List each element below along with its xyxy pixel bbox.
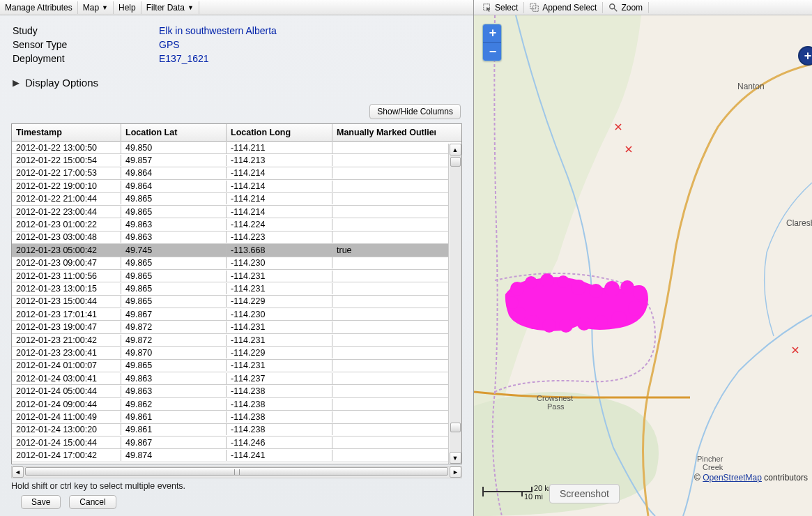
col-header-lat[interactable]: Location Lat bbox=[121, 124, 227, 141]
zoom-in-button[interactable]: + bbox=[483, 24, 502, 43]
table-row[interactable]: 2012-01-22 13:00:5049.850-114.211 bbox=[12, 142, 461, 154]
cell-timestamp: 2012-01-24 11:00:49 bbox=[12, 411, 121, 423]
table-row[interactable]: 2012-01-22 15:00:5449.857-114.213 bbox=[12, 154, 461, 167]
scale-bar: 20 km 10 mi bbox=[482, 487, 533, 496]
show-hide-columns-button[interactable]: Show/Hide Columns bbox=[369, 104, 461, 119]
meta-label: Sensor Type bbox=[13, 39, 159, 50]
cell-timestamp: 2012-01-22 21:00:44 bbox=[12, 193, 121, 204]
cell-long: -114.224 bbox=[227, 219, 332, 230]
cell-outlier bbox=[332, 378, 436, 379]
cell-outlier bbox=[332, 416, 436, 418]
display-options-toggle[interactable]: ▶ Display Options bbox=[0, 70, 473, 93]
save-button[interactable]: Save bbox=[21, 495, 61, 509]
scroll-thumb[interactable] bbox=[450, 157, 461, 167]
table-row[interactable]: 2012-01-22 17:00:5349.864-114.214 bbox=[12, 167, 461, 180]
cell-long: -114.223 bbox=[227, 232, 332, 243]
chevron-down-icon: ▼ bbox=[102, 4, 108, 11]
table-row[interactable]: 2012-01-23 11:00:5649.865-114.231 bbox=[12, 270, 461, 282]
table-row[interactable]: 2012-01-24 13:00:2049.861-114.238 bbox=[12, 424, 461, 437]
menu-map[interactable]: Map ▼ bbox=[78, 1, 114, 14]
vertical-scrollbar[interactable]: ▲ ▼ bbox=[448, 144, 461, 464]
map-svg: Nanton Claresh Crowsnest Pass Pincher Cr… bbox=[474, 15, 812, 516]
cell-timestamp: 2012-01-24 15:00:44 bbox=[12, 437, 121, 448]
svg-point-7 bbox=[525, 276, 537, 289]
data-table: Timestamp Location Lat Location Long Man… bbox=[11, 123, 462, 464]
table-row[interactable]: 2012-01-23 23:00:4149.870-114.229 bbox=[12, 347, 461, 359]
horizontal-scrollbar[interactable]: ◄ ► bbox=[11, 466, 462, 478]
zoom-out-button[interactable]: − bbox=[483, 43, 502, 61]
cell-long: -114.231 bbox=[227, 283, 332, 294]
zoom-controls: + − bbox=[482, 24, 502, 61]
cell-outlier bbox=[332, 160, 436, 161]
cell-long: -114.237 bbox=[227, 373, 332, 384]
table-row[interactable]: 2012-01-23 13:00:1549.865-114.231 bbox=[12, 282, 461, 295]
meta-value: Elk in southwestern Alberta bbox=[159, 25, 277, 36]
cell-long: -114.231 bbox=[227, 321, 332, 333]
table-row[interactable]: 2012-01-23 01:00:2249.863-114.224 bbox=[12, 218, 461, 231]
cell-outlier bbox=[332, 236, 436, 238]
table-row[interactable]: 2012-01-24 03:00:4149.863-114.237 bbox=[12, 372, 461, 385]
table-row[interactable]: 2012-01-23 09:00:4749.865-114.230 bbox=[12, 257, 461, 270]
table-row[interactable]: 2012-01-23 21:00:4249.872-114.231 bbox=[12, 334, 461, 347]
hscroll-thumb[interactable] bbox=[25, 467, 448, 476]
tool-label: Zoom bbox=[621, 3, 643, 13]
scroll-down-button[interactable]: ▼ bbox=[450, 452, 461, 464]
cell-lat: 49.874 bbox=[121, 450, 227, 461]
cell-outlier bbox=[332, 314, 436, 315]
cell-lat: 49.865 bbox=[121, 271, 227, 282]
map-canvas[interactable]: Nanton Claresh Crowsnest Pass Pincher Cr… bbox=[474, 15, 812, 516]
hscroll-track[interactable] bbox=[24, 466, 450, 478]
scroll-right-button[interactable]: ► bbox=[450, 466, 461, 478]
table-row[interactable]: 2012-01-24 09:00:4449.862-114.238 bbox=[12, 398, 461, 411]
map-attribution: © OpenStreetMap contributors bbox=[694, 473, 808, 483]
cell-lat: 49.872 bbox=[121, 335, 227, 346]
cell-lat: 49.863 bbox=[121, 219, 227, 230]
table-row[interactable]: 2012-01-22 23:00:4449.865-114.214 bbox=[12, 206, 461, 218]
cell-outlier bbox=[332, 340, 436, 341]
table-row[interactable]: 2012-01-24 11:00:4949.861-114.238 bbox=[12, 411, 461, 423]
cell-timestamp: 2012-01-22 15:00:54 bbox=[12, 155, 121, 166]
cell-lat: 49.862 bbox=[121, 399, 227, 410]
table-row[interactable]: 2012-01-24 17:00:4249.874-114.241 bbox=[12, 449, 461, 462]
cell-lat: 49.865 bbox=[121, 296, 227, 307]
menu-manage-attributes[interactable]: Manage Attributes bbox=[0, 1, 78, 14]
table-row[interactable]: 2012-01-23 15:00:4449.865-114.229 bbox=[12, 296, 461, 308]
table-row[interactable]: 2012-01-23 19:00:4749.872-114.231 bbox=[12, 321, 461, 333]
map-tool-zoom[interactable]: Zoom bbox=[603, 2, 649, 13]
cell-long: -114.229 bbox=[227, 347, 332, 358]
meta-block: Study Elk in southwestern Alberta Sensor… bbox=[0, 15, 473, 70]
map-tool-append-select[interactable]: Append Select bbox=[524, 2, 603, 13]
col-header-outlier[interactable]: Manually Marked Outlier bbox=[332, 124, 436, 141]
col-header-long[interactable]: Location Long bbox=[227, 124, 332, 141]
cell-outlier bbox=[332, 429, 436, 430]
table-row[interactable]: 2012-01-24 15:00:4449.867-114.246 bbox=[12, 437, 461, 449]
cell-outlier bbox=[332, 352, 436, 354]
action-row: Save Cancel bbox=[0, 492, 473, 516]
screenshot-button[interactable]: Screenshot bbox=[549, 484, 620, 503]
osm-link[interactable]: OpenStreetMap bbox=[703, 473, 762, 483]
scroll-track[interactable] bbox=[450, 155, 461, 452]
table-row[interactable]: 2012-01-23 17:01:4149.867-114.230 bbox=[12, 308, 461, 321]
svg-point-19 bbox=[559, 319, 573, 333]
cancel-button[interactable]: Cancel bbox=[69, 495, 116, 509]
map-tool-select[interactable]: Select bbox=[477, 2, 524, 13]
table-row[interactable]: 2012-01-24 01:00:0749.865-114.231 bbox=[12, 360, 461, 372]
cell-long: -114.213 bbox=[227, 155, 332, 166]
table-row[interactable]: 2012-01-23 05:00:4249.745-113.668true bbox=[12, 244, 461, 257]
menu-filter-data[interactable]: Filter Data ▼ bbox=[141, 1, 199, 14]
add-layer-button[interactable]: + bbox=[798, 46, 812, 66]
svg-point-23 bbox=[506, 296, 519, 309]
cell-long: -114.238 bbox=[227, 386, 332, 397]
table-toolbar: Show/Hide Columns bbox=[0, 93, 473, 123]
scroll-left-button[interactable]: ◄ bbox=[12, 466, 24, 478]
table-row[interactable]: 2012-01-24 05:00:4449.863-114.238 bbox=[12, 385, 461, 397]
menu-help[interactable]: Help bbox=[114, 1, 141, 14]
table-row[interactable]: 2012-01-22 21:00:4449.865-114.214 bbox=[12, 193, 461, 206]
col-header-timestamp[interactable]: Timestamp bbox=[12, 124, 121, 141]
table-body[interactable]: 2012-01-22 13:00:5049.850-114.2112012-01… bbox=[12, 142, 461, 464]
table-row[interactable]: 2012-01-23 03:00:4849.863-114.223 bbox=[12, 232, 461, 244]
attrib-suffix: contributors bbox=[762, 473, 808, 483]
table-row[interactable]: 2012-01-22 19:00:1049.864-114.214 bbox=[12, 180, 461, 192]
scroll-up-button[interactable]: ▲ bbox=[450, 144, 461, 155]
scroll-thumb-secondary[interactable] bbox=[450, 423, 461, 432]
